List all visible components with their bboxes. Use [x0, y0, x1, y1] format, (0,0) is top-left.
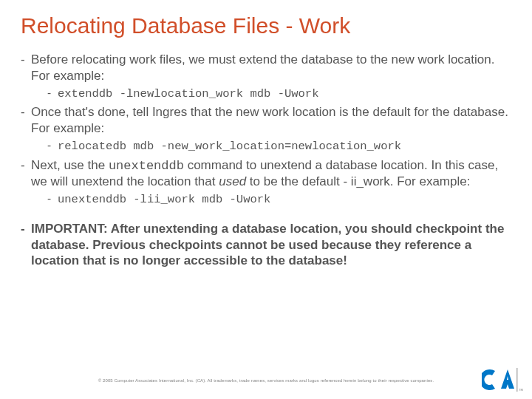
bullet-2: Once that's done, tell Ingres that the n…: [21, 104, 511, 154]
page-title: Relocating Database Files - Work: [21, 13, 511, 38]
bullet-1: Before relocating work files, we must ex…: [21, 52, 511, 101]
bullet-list-2: IMPORTANT: After unextending a database …: [21, 221, 511, 269]
bullet-2-sub: relocatedb mdb -new_work_location=newloc…: [31, 138, 511, 154]
svg-rect-0: [516, 368, 518, 392]
bullet-3-a: Next, use the: [31, 158, 109, 172]
bullet-3-cmd: unextenddb -lii_work mdb -Uwork: [47, 191, 511, 208]
bullet-3-c: to be the default - ii_work. For example…: [246, 174, 470, 188]
bullet-1-cmd: extenddb -lnewlocation_work mdb -Uwork: [47, 86, 511, 102]
cmd-extenddb: extenddb -lnewlocation_work mdb -Uwork: [58, 87, 318, 100]
spacer: [21, 211, 511, 221]
svg-text:TM: TM: [519, 388, 523, 392]
copyright-footer: © 2005 Computer Associates International…: [0, 378, 532, 383]
bullet-3-sub: unextenddb -lii_work mdb -Uwork: [31, 191, 511, 208]
bullet-important: IMPORTANT: After unextending a database …: [21, 221, 511, 269]
cmd-unextenddb: unextenddb -lii_work mdb -Uwork: [58, 193, 270, 206]
cmd-relocatedb: relocatedb mdb -new_work_location=newloc…: [58, 140, 401, 153]
ca-logo-icon: TM: [482, 366, 523, 393]
important-text: IMPORTANT: After unextending a database …: [31, 222, 504, 268]
bullet-3-italic: used: [219, 174, 246, 188]
slide: Relocating Database Files - Work Before …: [0, 0, 532, 399]
bullet-1-sub: extenddb -lnewlocation_work mdb -Uwork: [31, 86, 511, 102]
bullet-1-text: Before relocating work files, we must ex…: [31, 52, 494, 83]
bullet-2-cmd: relocatedb mdb -new_work_location=newloc…: [47, 138, 511, 154]
bullet-3-code: unextenddb: [109, 159, 184, 173]
bullet-3: Next, use the unextenddb command to unex…: [21, 157, 511, 208]
bullet-list: Before relocating work files, we must ex…: [21, 52, 511, 208]
bullet-2-text: Once that's done, tell Ingres that the n…: [31, 105, 508, 135]
